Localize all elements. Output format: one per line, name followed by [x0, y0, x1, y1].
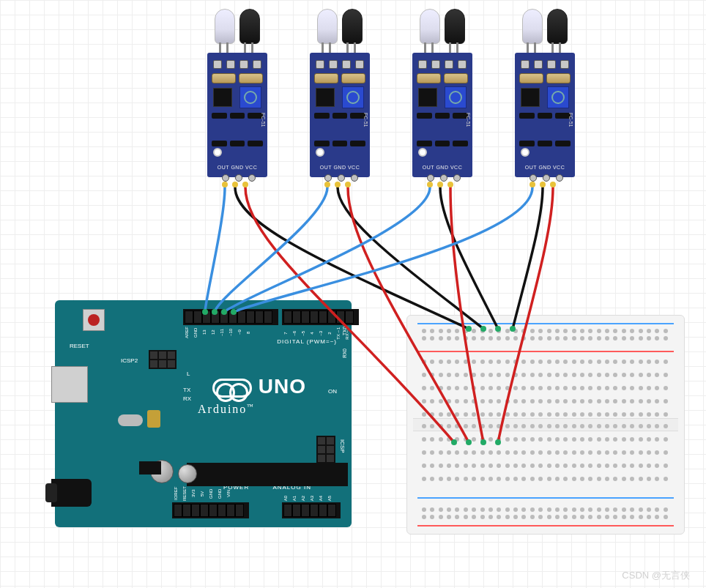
sensitivity-potentiometer[interactable]	[342, 86, 364, 108]
svg-point-13	[242, 182, 248, 187]
breadboard-bottom-pos-rail	[417, 525, 674, 526]
polyfuse	[147, 410, 160, 428]
svg-point-15	[335, 182, 341, 187]
reset-label: RESET	[70, 343, 89, 349]
wire-gnd-sensor4	[513, 187, 543, 329]
breadboard[interactable]	[406, 315, 685, 535]
breadboard-top-pos-rail	[417, 351, 674, 352]
digital-pin-labels-left: AREFGND 1312 ~11~10 ~98	[185, 327, 255, 338]
ir-emitter-led-icon	[522, 9, 543, 44]
power-header[interactable]	[172, 502, 249, 518]
svg-point-19	[447, 182, 453, 187]
ir-pin-labels: OUT GND VCC	[515, 165, 575, 170]
mounting-hole-icon	[213, 148, 222, 157]
comparator-ic	[316, 88, 335, 107]
icsp-header[interactable]	[316, 436, 335, 464]
breadboard-upper-terminal-holes[interactable]	[422, 360, 669, 425]
wire-out-sensor3	[224, 187, 430, 312]
led-rx-label: RX	[183, 395, 191, 402]
sensitivity-potentiometer[interactable]	[445, 86, 467, 108]
ir-emitter-led-icon	[420, 9, 440, 44]
atmega-mcu	[187, 463, 348, 486]
sensitivity-potentiometer[interactable]	[239, 86, 261, 108]
rx0-label: RX0	[342, 349, 347, 358]
wire-out-sensor1	[205, 187, 225, 312]
ir-emitter-led-icon	[317, 9, 338, 44]
mounting-hole-icon	[521, 148, 530, 157]
svg-point-17	[427, 182, 433, 187]
ir-model-label: FC-51	[568, 113, 573, 127]
crystal-oscillator	[118, 414, 143, 426]
ir-model-label: FC-51	[261, 113, 266, 127]
ir-receiver-led-icon	[445, 9, 465, 44]
ir-pin-labels: OUT GND VCC	[310, 165, 370, 170]
svg-point-11	[222, 182, 228, 187]
digital-header-left[interactable]	[183, 309, 278, 325]
ir-pin-header[interactable]	[530, 174, 563, 182]
usb-port[interactable]	[51, 366, 88, 403]
arduino-logo: UNO	[212, 375, 306, 398]
ir-model-label: FC-51	[363, 113, 368, 127]
digital-header-right[interactable]	[282, 309, 359, 325]
svg-point-21	[540, 182, 546, 187]
wire-gnd-sensor2	[338, 187, 483, 329]
digital-section-label: DIGITAL (PWM=~)	[277, 338, 337, 345]
ir-emitter-led-icon	[215, 9, 235, 44]
comparator-ic	[521, 88, 540, 107]
svg-point-16	[345, 182, 351, 187]
icsp2-label: ICSP2	[121, 357, 138, 364]
icsp2-header[interactable]	[149, 350, 176, 369]
svg-point-20	[530, 182, 535, 187]
led-tx-label: TX	[183, 387, 190, 393]
ir-sensor-pcb: FC-51 OUT GND VCC	[412, 53, 472, 177]
comparator-ic	[213, 88, 232, 107]
barrel-jack[interactable]	[51, 479, 92, 507]
analog-header[interactable]	[282, 502, 341, 518]
reset-button[interactable]	[83, 309, 105, 331]
ir-sensor-pcb: FC-51 OUT GND VCC	[515, 53, 575, 177]
breadboard-bottom-rail-holes[interactable]	[422, 507, 669, 521]
breadboard-top-rail-holes[interactable]	[422, 329, 669, 342]
mounting-hole-icon	[316, 148, 324, 157]
ir-sensor-pcb: FC-51 OUT GND VCC	[310, 53, 370, 177]
icsp-label: ICSP	[339, 439, 346, 453]
ir-model-label: FC-51	[466, 113, 471, 127]
ir-sensor-module-3: FC-51 OUT GND VCC	[412, 9, 472, 177]
breadboard-bottom-neg-rail	[417, 497, 674, 499]
svg-point-14	[324, 182, 330, 187]
comparator-ic	[418, 88, 437, 107]
arduino-uno-board: RESET ICSP2 ICSP AREFGND 1312 ~11~10 ~98…	[55, 300, 352, 527]
ir-sensor-module-1: FC-51 OUT GND VCC	[207, 9, 267, 177]
wire-out-sensor2	[215, 187, 327, 312]
ir-pin-header[interactable]	[222, 174, 256, 182]
ir-pin-labels: OUT GND VCC	[207, 165, 267, 170]
breadboard-top-neg-rail	[417, 323, 674, 324]
sensitivity-potentiometer[interactable]	[547, 86, 569, 108]
svg-point-12	[232, 182, 238, 187]
analog-pin-labels: A0A1 A2A3 A4A5	[283, 496, 336, 501]
watermark-text: CSDN @无言侠	[622, 569, 690, 582]
tx0-label: TX0	[342, 327, 347, 335]
wire-out-sensor4	[234, 187, 532, 312]
led-on-label: ON	[328, 388, 337, 395]
svg-point-22	[550, 182, 556, 187]
ir-pin-header[interactable]	[324, 174, 358, 182]
capacitor-2	[178, 464, 197, 483]
breadboard-lower-terminal-holes[interactable]	[422, 424, 669, 490]
led-l-label: L	[187, 371, 190, 377]
ir-sensor-pcb: FC-51 OUT GND VCC	[207, 53, 267, 177]
ir-sensor-module-4: FC-51 OUT GND VCC	[515, 9, 575, 177]
ir-pin-header[interactable]	[427, 174, 461, 182]
mounting-hole-icon	[418, 148, 427, 157]
wire-gnd-sensor3	[440, 187, 498, 329]
voltage-regulator	[139, 461, 161, 475]
ir-sensor-module-2: FC-51 OUT GND VCC	[310, 9, 370, 177]
ir-receiver-led-icon	[342, 9, 363, 44]
svg-point-18	[437, 182, 443, 187]
ir-receiver-led-icon	[547, 9, 568, 44]
arduino-brand-text: Arduino™	[198, 403, 255, 416]
ir-pin-labels: OUT GND VCC	[412, 165, 472, 170]
ir-receiver-led-icon	[239, 9, 260, 44]
